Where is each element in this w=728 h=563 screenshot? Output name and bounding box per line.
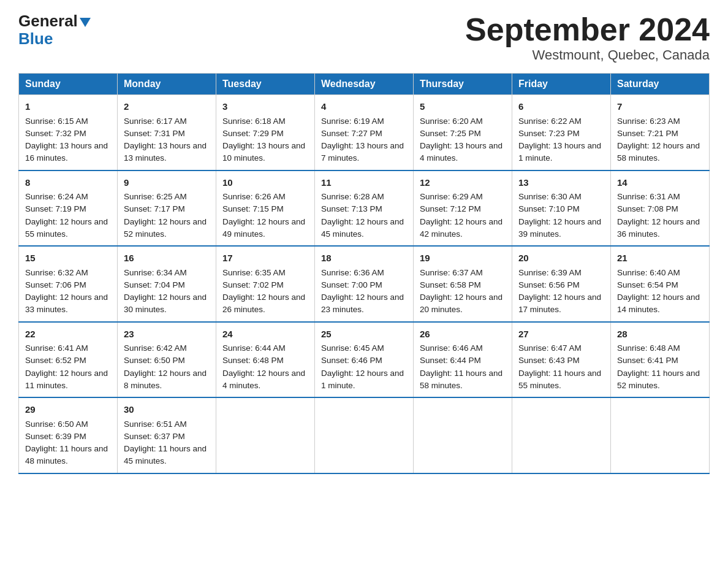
day-number: 8 [25,176,111,190]
sunset-text: Sunset: 6:43 PM [518,356,580,365]
sunrise-text: Sunrise: 6:50 AM [25,419,88,429]
sunrise-text: Sunrise: 6:17 AM [124,117,187,126]
sunrise-text: Sunrise: 6:35 AM [222,268,286,277]
sunrise-text: Sunrise: 6:22 AM [518,117,582,126]
sunset-text: Sunset: 7:23 PM [518,129,580,138]
daylight-text: Daylight: 13 hours and 16 minutes. [25,141,108,163]
daylight-text: Daylight: 13 hours and 10 minutes. [222,141,305,163]
calendar-week-4: 22Sunrise: 6:41 AMSunset: 6:52 PMDayligh… [19,322,710,398]
daylight-text: Daylight: 12 hours and 1 minute. [321,369,404,390]
sunrise-text: Sunrise: 6:36 AM [321,268,384,277]
calendar-cell: 12Sunrise: 6:29 AMSunset: 7:12 PMDayligh… [414,170,512,247]
daylight-text: Daylight: 12 hours and 23 minutes. [321,293,404,314]
day-number: 16 [124,251,210,266]
sunset-text: Sunset: 6:44 PM [420,356,481,365]
sunrise-text: Sunrise: 6:41 AM [25,343,88,353]
sunrise-text: Sunrise: 6:19 AM [321,117,384,126]
calendar-cell: 20Sunrise: 6:39 AMSunset: 6:56 PMDayligh… [512,246,611,322]
day-number: 30 [124,403,210,417]
daylight-text: Daylight: 12 hours and 8 minutes. [124,369,207,390]
day-number: 14 [617,176,703,190]
header-cell-thursday: Thursday [414,74,512,95]
calendar-cell: 6Sunrise: 6:22 AMSunset: 7:23 PMDaylight… [512,95,611,170]
sunset-text: Sunset: 6:41 PM [617,356,678,365]
sunrise-text: Sunrise: 6:20 AM [420,117,483,126]
page-header: General Blue September 2024 Westmount, Q… [18,12,710,63]
sunrise-text: Sunrise: 6:30 AM [518,192,582,201]
sunset-text: Sunset: 6:54 PM [617,280,678,289]
daylight-text: Daylight: 11 hours and 45 minutes. [124,444,207,465]
calendar-cell: 26Sunrise: 6:46 AMSunset: 6:44 PMDayligh… [414,322,512,398]
calendar-cell: 5Sunrise: 6:20 AMSunset: 7:25 PMDaylight… [414,95,512,170]
sunrise-text: Sunrise: 6:18 AM [222,117,286,126]
daylight-text: Daylight: 11 hours and 48 minutes. [25,444,108,465]
header-cell-saturday: Saturday [611,74,710,95]
sunset-text: Sunset: 7:13 PM [321,204,382,213]
daylight-text: Daylight: 12 hours and 52 minutes. [124,217,207,239]
calendar-cell: 15Sunrise: 6:32 AMSunset: 7:06 PMDayligh… [19,246,118,322]
calendar-cell [216,397,315,473]
sunrise-text: Sunrise: 6:31 AM [617,192,680,201]
daylight-text: Daylight: 12 hours and 55 minutes. [25,217,108,239]
day-number: 9 [124,176,210,190]
day-number: 15 [25,251,111,266]
calendar-cell: 3Sunrise: 6:18 AMSunset: 7:29 PMDaylight… [216,95,315,170]
day-number: 25 [321,327,407,342]
sunrise-text: Sunrise: 6:47 AM [518,343,582,353]
logo-general: General [18,12,91,30]
sunrise-text: Sunrise: 6:28 AM [321,192,384,201]
sunset-text: Sunset: 6:58 PM [420,280,481,289]
calendar-cell: 7Sunrise: 6:23 AMSunset: 7:21 PMDaylight… [611,95,710,170]
day-number: 26 [420,327,506,342]
sunrise-text: Sunrise: 6:32 AM [25,268,88,277]
sunset-text: Sunset: 7:31 PM [124,129,185,138]
calendar-cell [611,397,710,473]
day-number: 28 [617,327,703,342]
sunset-text: Sunset: 7:19 PM [25,204,86,213]
calendar-cell: 21Sunrise: 6:40 AMSunset: 6:54 PMDayligh… [611,246,710,322]
calendar-cell: 9Sunrise: 6:25 AMSunset: 7:17 PMDaylight… [118,170,216,247]
header-cell-sunday: Sunday [19,74,118,95]
daylight-text: Daylight: 12 hours and 30 minutes. [124,293,207,314]
calendar-week-1: 1Sunrise: 6:15 AMSunset: 7:32 PMDaylight… [19,95,710,170]
day-number: 10 [222,176,308,190]
daylight-text: Daylight: 12 hours and 36 minutes. [617,217,700,239]
daylight-text: Daylight: 12 hours and 45 minutes. [321,217,404,239]
sunrise-text: Sunrise: 6:45 AM [321,343,384,353]
day-number: 27 [518,327,604,342]
sunrise-text: Sunrise: 6:25 AM [124,192,187,201]
sunrise-text: Sunrise: 6:37 AM [420,268,483,277]
calendar-cell: 25Sunrise: 6:45 AMSunset: 6:46 PMDayligh… [315,322,414,398]
daylight-text: Daylight: 12 hours and 11 minutes. [25,369,108,390]
daylight-text: Daylight: 12 hours and 42 minutes. [420,217,502,239]
sunset-text: Sunset: 7:10 PM [518,204,580,213]
sunset-text: Sunset: 7:25 PM [420,129,481,138]
sunset-text: Sunset: 7:29 PM [222,129,284,138]
sunset-text: Sunset: 6:56 PM [518,280,580,289]
calendar-cell: 11Sunrise: 6:28 AMSunset: 7:13 PMDayligh… [315,170,414,247]
calendar-week-3: 15Sunrise: 6:32 AMSunset: 7:06 PMDayligh… [19,246,710,322]
daylight-text: Daylight: 11 hours and 55 minutes. [518,369,601,390]
calendar-cell: 16Sunrise: 6:34 AMSunset: 7:04 PMDayligh… [118,246,216,322]
day-number: 19 [420,251,506,266]
calendar-cell: 8Sunrise: 6:24 AMSunset: 7:19 PMDaylight… [19,170,118,247]
day-number: 22 [25,327,111,342]
sunrise-text: Sunrise: 6:24 AM [25,192,88,201]
sunrise-text: Sunrise: 6:29 AM [420,192,483,201]
daylight-text: Daylight: 12 hours and 14 minutes. [617,293,700,314]
sunrise-text: Sunrise: 6:34 AM [124,268,187,277]
calendar-cell: 24Sunrise: 6:44 AMSunset: 6:48 PMDayligh… [216,322,315,398]
calendar-title: September 2024 [465,12,710,47]
day-number: 20 [518,251,604,266]
sunset-text: Sunset: 6:48 PM [222,356,284,365]
day-number: 17 [222,251,308,266]
sunrise-text: Sunrise: 6:39 AM [518,268,582,277]
daylight-text: Daylight: 12 hours and 17 minutes. [518,293,601,314]
sunset-text: Sunset: 6:46 PM [321,356,382,365]
calendar-cell: 19Sunrise: 6:37 AMSunset: 6:58 PMDayligh… [414,246,512,322]
header-cell-monday: Monday [118,74,216,95]
day-number: 4 [321,100,407,114]
title-block: September 2024 Westmount, Quebec, Canada [465,12,710,63]
calendar-cell [315,397,414,473]
calendar-cell: 30Sunrise: 6:51 AMSunset: 6:37 PMDayligh… [118,397,216,473]
